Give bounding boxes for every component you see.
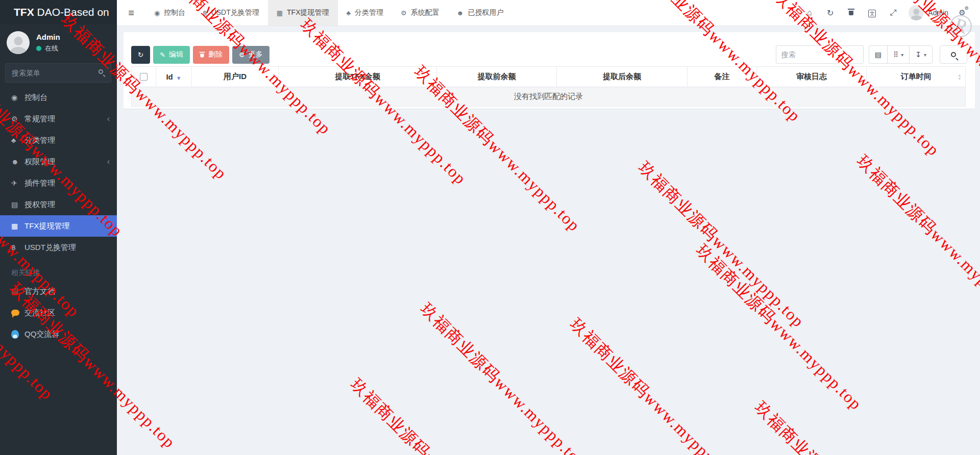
column-header-withdraw-amount[interactable]: 提取TFX金额 bbox=[279, 67, 437, 87]
common-search-button[interactable] bbox=[940, 45, 967, 64]
chat-icon bbox=[11, 310, 24, 316]
sort-asc-icon: ▼ bbox=[176, 75, 182, 81]
sidebar-item-label: 常规管理 bbox=[24, 114, 55, 124]
export-button[interactable]: ↧ ▾ bbox=[909, 45, 933, 64]
detail-view-icon: ▤ bbox=[875, 50, 881, 59]
sidebar-item-label: 控制台 bbox=[24, 93, 47, 103]
card-icon: ▦ bbox=[277, 9, 283, 17]
column-label: 审核日志 bbox=[796, 72, 827, 81]
user-meta: Admin 在线 bbox=[36, 33, 60, 53]
bitcoin-icon: ฿ bbox=[203, 9, 207, 17]
tab-system-config[interactable]: ⚙ 系统配置 bbox=[392, 0, 448, 26]
sidebar-item-label: QQ交流群 bbox=[24, 330, 59, 339]
user-status-label: 在线 bbox=[45, 44, 58, 53]
select-all-header[interactable] bbox=[132, 67, 156, 87]
column-header-remark[interactable]: 备注 bbox=[688, 67, 757, 87]
chevron-left-icon: ‹ bbox=[107, 114, 110, 123]
sidebar-menu: ◉ 控制台 ⚙ 常规管理 ‹ ♣ 分类管理 ☻ 权限管理 ‹ ✈ 插件管理 ▤ … bbox=[0, 87, 117, 258]
sidebar-item-tfx-withdraw[interactable]: ▦ TFX提现管理 bbox=[0, 215, 117, 237]
column-header-user-id[interactable]: 用户ID bbox=[192, 67, 279, 87]
home-icon[interactable]: ⌂ bbox=[799, 8, 820, 17]
tab-label: 分类管理 bbox=[355, 8, 383, 17]
sidebar-item-label: TFX提现管理 bbox=[24, 221, 69, 231]
edit-button[interactable]: ✎ 编辑 bbox=[153, 46, 190, 64]
sidebar-item-label: 授权管理 bbox=[24, 200, 55, 210]
sidebar-item-label: USDT兑换管理 bbox=[24, 243, 76, 252]
sidebar-item-category[interactable]: ♣ 分类管理 bbox=[0, 130, 117, 151]
columns-button[interactable]: ⠿ ▾ bbox=[887, 45, 909, 64]
no-records-message: 没有找到匹配的记录 bbox=[132, 87, 966, 107]
column-label: 备注 bbox=[715, 72, 730, 81]
language-icon[interactable]: 文 bbox=[862, 8, 883, 17]
menu-search-input[interactable] bbox=[5, 63, 111, 83]
trash-icon bbox=[200, 52, 204, 58]
refresh-icon[interactable]: ↻ bbox=[820, 8, 841, 18]
cogs-icon: ⚙ bbox=[11, 115, 24, 123]
sidebar-item-license[interactable]: ▤ 授权管理 bbox=[0, 194, 117, 215]
user-icon: ☻ bbox=[457, 9, 464, 17]
trash-icon[interactable] bbox=[841, 8, 862, 17]
column-header-balance-after[interactable]: 提取后余额 bbox=[557, 67, 688, 87]
column-header-order-time[interactable]: 订单时间 ▲▼ bbox=[867, 67, 966, 87]
column-header-id[interactable]: Id▼ bbox=[156, 67, 192, 87]
tab-label: 系统配置 bbox=[411, 8, 439, 17]
sidebar-item-label: 权限管理 bbox=[24, 157, 55, 167]
more-button[interactable]: ⚙ 更多 bbox=[232, 46, 270, 64]
tab-label: 控制台 bbox=[164, 8, 185, 17]
related-links-label: 相关链接 bbox=[0, 258, 117, 281]
tab-category[interactable]: ♣ 分类管理 bbox=[338, 0, 393, 26]
sidebar-links: ▤ 官方文档 交流社区 QQ交流群 bbox=[0, 281, 117, 345]
column-header-balance-before[interactable]: 提取前余额 bbox=[437, 67, 557, 87]
records-table: Id▼ 用户ID 提取TFX金额 提取前余额 提取后余额 备注 审核日志 订单时… bbox=[131, 66, 966, 107]
table-search-box bbox=[776, 45, 864, 64]
sidebar-item-docs[interactable]: ▤ 官方文档 bbox=[0, 281, 117, 302]
bitcoin-icon: ฿ bbox=[11, 243, 24, 251]
sidebar-item-usdt-exchange[interactable]: ฿ USDT兑换管理 bbox=[0, 237, 117, 258]
tab-label: USDT兑换管理 bbox=[211, 8, 259, 17]
delete-button[interactable]: 删除 bbox=[193, 46, 229, 64]
column-label: 提取前余额 bbox=[478, 72, 516, 81]
column-header-audit-log[interactable]: 审核日志 bbox=[757, 67, 867, 87]
tab-usdt-exchange[interactable]: ฿ USDT兑换管理 bbox=[194, 0, 267, 26]
topbar: ≡ ◉ 控制台 ฿ USDT兑换管理 ▦ TFX提现管理 ♣ 分类管理 ⚙ 系统… bbox=[117, 0, 980, 26]
plugin-icon: ✈ bbox=[11, 179, 24, 187]
refresh-button[interactable]: ↻ bbox=[131, 46, 150, 64]
tab-tfx-withdraw[interactable]: ▦ TFX提现管理 bbox=[268, 0, 338, 26]
tab-dashboard[interactable]: ◉ 控制台 bbox=[145, 0, 194, 26]
user-name: Admin bbox=[36, 33, 60, 41]
user-panel: Admin 在线 bbox=[0, 24, 117, 61]
columns-icon: ⠿ bbox=[893, 50, 898, 59]
detail-view-button[interactable]: ▤ bbox=[869, 45, 887, 64]
sidebar-item-permission[interactable]: ☻ 权限管理 ‹ bbox=[0, 151, 117, 172]
topbar-user-menu[interactable]: Admin bbox=[909, 5, 948, 20]
settings-gears-icon[interactable]: ⚙⚙ bbox=[955, 8, 973, 17]
topbar-avatar bbox=[909, 5, 924, 20]
app-logo[interactable]: TFX DAO-Based on bbox=[0, 0, 117, 24]
table-panel: ↻ ✎ 编辑 删除 ⚙ 更多 ▤ bbox=[124, 32, 975, 109]
table-view-buttons: ▤ ⠿ ▾ ↧ ▾ bbox=[869, 45, 933, 64]
tab-label: TFX提现管理 bbox=[287, 8, 329, 17]
empty-row: 没有找到匹配的记录 bbox=[132, 87, 966, 107]
sidebar-item-qq-group[interactable]: QQ交流群 bbox=[0, 323, 117, 345]
sidebar-item-dashboard[interactable]: ◉ 控制台 bbox=[0, 87, 117, 108]
sidebar-item-plugin[interactable]: ✈ 插件管理 bbox=[0, 172, 117, 194]
select-all-checkbox[interactable] bbox=[140, 73, 148, 81]
sidebar-item-general[interactable]: ⚙ 常规管理 ‹ bbox=[0, 108, 117, 130]
qq-icon bbox=[11, 330, 24, 339]
menu-toggle-icon[interactable]: ≡ bbox=[117, 0, 145, 26]
column-label: 提取TFX金额 bbox=[335, 72, 380, 81]
main-content: ↻ ✎ 编辑 删除 ⚙ 更多 ▤ bbox=[117, 26, 980, 455]
users-icon: ☻ bbox=[11, 158, 24, 166]
sidebar-item-community[interactable]: 交流社区 bbox=[0, 302, 117, 323]
fullscreen-icon[interactable]: ⤢ bbox=[883, 8, 903, 17]
user-avatar bbox=[7, 31, 30, 54]
table-search-input[interactable] bbox=[776, 45, 864, 64]
topbar-user-name: Admin bbox=[928, 9, 948, 17]
tab-authorized-users[interactable]: ☻ 已授权用户 bbox=[448, 0, 512, 26]
sidebar-item-label: 插件管理 bbox=[24, 179, 55, 188]
column-label: 提取后余额 bbox=[603, 72, 641, 81]
sidebar-item-label: 官方文档 bbox=[24, 287, 55, 296]
gear-icon: ⚙ bbox=[239, 51, 245, 59]
leaf-icon: ♣ bbox=[11, 136, 24, 144]
app-logo-rest: DAO-Based on bbox=[34, 6, 109, 18]
